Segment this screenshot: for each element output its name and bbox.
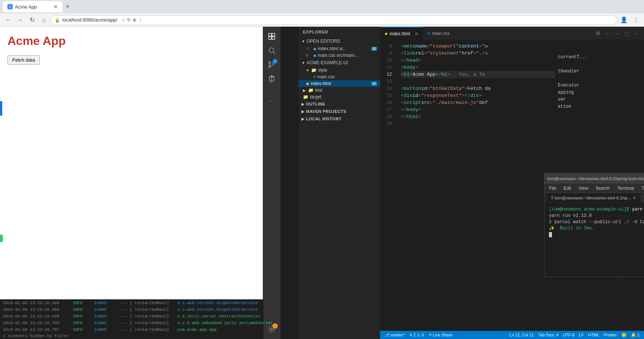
right-panel: currentT... tHandler Executor apping ver… <box>555 53 644 110</box>
lock-icon: 🔒 <box>55 17 60 23</box>
activity-search[interactable] <box>265 44 278 57</box>
log-line: 2019-02-08 23:23:26.707 INFO 14005 --- [… <box>0 326 264 333</box>
activity-extensions[interactable] <box>265 72 278 85</box>
line-num-9: 9 <box>380 50 395 57</box>
right-panel-text-7: ver <box>555 96 644 103</box>
maven-section[interactable]: ▶ MAVEN PROJECTS <box>298 108 380 115</box>
bookmark-icon[interactable]: ☆ <box>121 17 125 23</box>
editor-tab-index-html[interactable]: ◆ index.html ✕ <box>380 27 423 40</box>
log-level: INFO <box>73 327 91 332</box>
svg-line-5 <box>273 52 275 54</box>
open-file-main-css[interactable]: # ◆ main.css src/main/... <box>298 52 380 59</box>
live-share-label: Live Share <box>433 333 452 337</box>
terminal-tabs-menu[interactable]: Tabs <box>640 186 644 191</box>
encoding[interactable]: UTF-8 <box>561 333 576 338</box>
chevron-right-icon: ▶ <box>301 102 305 106</box>
refresh-icon[interactable]: ↻ <box>127 17 131 23</box>
log-thread: [ restartedMain] <box>130 321 174 325</box>
file-index-html[interactable]: ◆ index.html M <box>298 80 380 87</box>
file-name: index.html sr... <box>318 46 346 51</box>
svg-point-6 <box>269 62 271 64</box>
log-filter-note: 1 elements hidden by filter <box>0 333 264 339</box>
terminal-body[interactable]: [tom@neumann acme-example-ui]$ yarn watc… <box>545 203 644 277</box>
local-history-section[interactable]: ▶ LOCAL HISTORY <box>298 115 380 123</box>
terminal-terminal-menu[interactable]: Terminal <box>616 186 635 191</box>
warning-count: 0 <box>422 333 424 337</box>
branch-status[interactable]: ⎇ master* <box>383 333 406 338</box>
split-editor-icon[interactable]: ⧉ <box>594 29 602 38</box>
activity-more[interactable]: ··· <box>265 94 278 108</box>
tab-title: Acme App <box>15 4 37 10</box>
home-button[interactable]: ⌂ <box>39 15 49 25</box>
line-num-18: 18 <box>380 113 395 120</box>
terminal-view-menu[interactable]: View <box>577 186 590 191</box>
open-file-index-html[interactable]: ✕ ◆ index.html sr... M <box>298 45 380 52</box>
fetch-data-button[interactable]: Fetch data <box>7 55 40 65</box>
navigate-forward-icon[interactable]: → <box>613 29 622 38</box>
activity-git[interactable]: 3 <box>265 58 278 71</box>
editor-tab-main-css[interactable]: # main.css <box>423 27 454 40</box>
notifications[interactable]: 🔔 1 <box>630 333 641 338</box>
extensions-icon[interactable]: ⊕ <box>133 17 137 23</box>
log-line: 2019-02-08 23:23:26.689 INFO 14005 --- [… <box>0 306 264 313</box>
menu-icon[interactable]: ⋮ <box>138 17 143 23</box>
split-horizontal-icon[interactable]: ⬚ <box>622 29 631 38</box>
editor-tabs-bar: ◆ index.html ✕ # main.css ⧉ ← <box>380 27 644 40</box>
cursor-position[interactable]: Ln 12, Col 21 <box>508 333 535 338</box>
terminal-edit-menu[interactable]: Edit <box>562 186 573 191</box>
navigate-back-icon[interactable]: ← <box>603 29 612 38</box>
project-section[interactable]: ▼ ACME-EXAMPLE-UI <box>298 59 380 67</box>
browser-tab-active[interactable]: A Acme App ✕ <box>3 1 62 12</box>
errors-status[interactable]: ✕ 2 ⚠ 0 <box>408 333 425 338</box>
log-line: 2019-02-08 23:23:26.686 INFO 14005 --- [… <box>0 300 264 306</box>
folder-target[interactable]: 📁 target <box>298 94 380 100</box>
notification-dot <box>0 235 3 242</box>
html-icon: ◆ <box>313 46 316 51</box>
account-icon[interactable]: 👤 <box>619 15 629 25</box>
terminal-search-menu[interactable]: Search <box>594 186 611 191</box>
address-bar[interactable]: 🔒 localhost:8080/acme/app/ ☆ ↻ ⊕ ⋮ <box>50 15 617 25</box>
log-panel: 2019-02-08 23:23:26.686 INFO 14005 --- [… <box>0 299 264 339</box>
terminal-tab-2[interactable]: tom@neumann:~/dev/ws/ws-sts4-0.2/sp... ✕ <box>641 193 644 202</box>
language-mode[interactable]: HTML <box>586 333 601 338</box>
reload-button[interactable]: ↻ <box>27 15 37 25</box>
back-button[interactable]: ← <box>3 15 13 25</box>
terminal-file-menu[interactable]: File <box>547 186 558 191</box>
line-ending[interactable]: LF <box>578 333 585 338</box>
tab-close-button[interactable]: ✕ <box>53 4 58 10</box>
line-num-8: 8 <box>380 43 395 50</box>
tab-close-icon[interactable]: ✕ <box>415 31 418 36</box>
terminal-tab-1[interactable]: $ tom@neumann:~/dev/ws/ws-sts4-0.2/sp...… <box>547 193 640 202</box>
terminal-tab-close[interactable]: ✕ <box>632 195 636 201</box>
folder-test[interactable]: ▶ 📁 test <box>298 87 380 94</box>
activity-explorer[interactable] <box>265 30 278 43</box>
log-pid: 14005 <box>94 301 117 305</box>
live-share-status[interactable]: ↗ Live Share <box>427 333 454 338</box>
smiley-icon[interactable]: 🙂 <box>620 333 628 338</box>
warning-icon: ⚠ <box>417 333 421 338</box>
log-class: com.acme.app.App <box>177 327 217 332</box>
open-editors-label: OPEN EDITORS <box>307 39 340 44</box>
more-actions-icon[interactable]: ··· <box>632 29 641 38</box>
open-editors-section[interactable]: ▼ OPEN EDITORS <box>298 37 380 45</box>
status-left: ⎇ master* ✕ 2 ⚠ 0 ↗ <box>383 333 454 338</box>
status-right: Ln 12, Col 21 Tab Size: 4 UTF-8 LF HTML … <box>508 333 641 338</box>
log-timestamp: 2019-02-08 23:23:26.689 <box>3 307 70 312</box>
log-level: INFO <box>73 301 91 305</box>
right-panel-text-8: ation <box>555 103 644 110</box>
file-main-css[interactable]: # main.css <box>298 74 380 80</box>
outline-section[interactable]: ▶ OUTLINE <box>298 100 380 108</box>
forward-button[interactable]: → <box>15 15 25 25</box>
line-numbers: 8 9 10 11 12 13 14 15 16 17 18 <box>380 40 395 331</box>
line-num-17: 17 <box>380 106 395 113</box>
right-panel-text-2 <box>555 61 644 68</box>
menu-dots-icon[interactable]: ⋮ <box>631 15 641 25</box>
tab-size[interactable]: Tab Size: 4 <box>537 333 560 338</box>
new-tab-button[interactable]: + <box>62 1 73 12</box>
folder-name: target <box>310 94 321 100</box>
formatter[interactable]: Prettier <box>602 333 618 338</box>
close-file-icon[interactable]: ✕ <box>306 46 312 51</box>
terminal-tabs-bar: $ tom@neumann:~/dev/ws/ws-sts4-0.2/sp...… <box>545 193 644 203</box>
log-level: INFO <box>73 307 91 312</box>
folder-style[interactable]: ▼ 📁 style <box>298 67 380 74</box>
